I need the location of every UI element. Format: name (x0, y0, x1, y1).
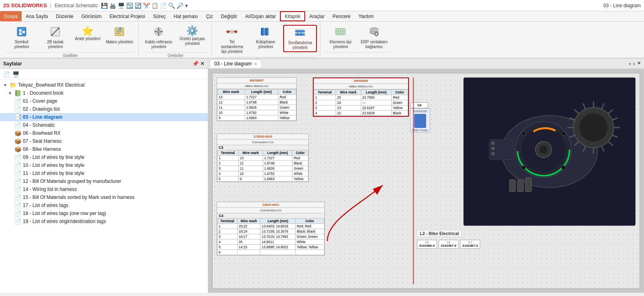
s2-header1: 40090085 (314, 78, 408, 84)
model-view (463, 77, 636, 226)
tree-item-19[interactable]: 📄 19 - List of wires origin\destination … (0, 217, 208, 225)
search-icon[interactable]: 🔍 (168, 2, 175, 9)
btn-makro[interactable]: Makro yönetimi (104, 25, 135, 46)
page-icon-12: 📄 (14, 178, 21, 184)
ribbon-group-grafikler: Sembol yönetimi 2B taslak yönetimi ⭐ (2, 23, 139, 56)
sidebar-title: Sayfalar (3, 61, 22, 67)
title-separator: | (50, 3, 51, 8)
menu-ai-disari-aktar[interactable]: AI/Dışarı aktar (241, 11, 280, 21)
page-icon-04: 📄 (14, 122, 21, 128)
btn-siniflandirma[interactable]: Sınıflandırma yönetimi (283, 25, 317, 52)
c4-label: C4 (217, 213, 324, 218)
menu-araclar[interactable]: Araçlar (305, 11, 328, 21)
more-icon[interactable]: ▾ (185, 2, 188, 9)
menu-electrical-projesi[interactable]: Electrical Projesi (105, 11, 149, 21)
tree-item-11[interactable]: 📄 11 - List of wires by line style (0, 169, 208, 177)
tree-item-18[interactable]: 📄 18 - List of wires tags (one row per t… (0, 209, 208, 217)
expand-root[interactable]: ▼ (3, 83, 8, 87)
tree-item-09[interactable]: 📄 09 - List of wires by line style (0, 153, 208, 161)
menu-degistir[interactable]: Değiştir (217, 11, 242, 21)
tree-item-04[interactable]: 📄 04 - Schematic (0, 121, 208, 129)
svg-rect-25 (261, 28, 263, 35)
zoom-icon[interactable]: 🔎 (177, 2, 183, 9)
tree-item-06[interactable]: 📦 06 - Bowhead RX (0, 129, 208, 137)
svg-point-50 (580, 114, 608, 142)
sidebar-header: Sayfalar 📌 ✕ (0, 59, 208, 69)
tree-item-01[interactable]: 📄 01 - Cover page (0, 97, 208, 105)
tree-item-14[interactable]: 📄 14 - Wiring list in harness (0, 185, 208, 193)
paste-icon[interactable]: 📄 (160, 2, 167, 9)
sidebar-header-icons: 📌 ✕ (192, 61, 205, 67)
copy-icon[interactable]: 📋 (151, 2, 158, 9)
page-icon-10: 📄 (14, 162, 21, 168)
tree-item-10[interactable]: 📄 10 - List of wires by line style (0, 161, 208, 169)
tree-item-12[interactable]: 📄 12 - Bill Of Materials grouped by manu… (0, 177, 208, 185)
ribbon-group-ureticiler: Kablo referansı yönetimi ⚙️ Üretici parç… (139, 23, 212, 56)
save-icon[interactable]: 💾 (101, 2, 108, 9)
redo-icon[interactable]: ↪️ (135, 2, 141, 9)
kutupane-icon (260, 26, 271, 39)
tree-item-07[interactable]: 📦 07 - Seat Harness (0, 137, 208, 145)
next-tab-arrow[interactable]: › (633, 61, 635, 67)
cut-icon[interactable]: ✂️ (143, 2, 150, 9)
btn-kutuphayne[interactable]: Kütüphane yönetimi (250, 25, 282, 51)
close-sidebar-icon[interactable]: ✕ (200, 61, 205, 67)
menu-anasayfa[interactable]: Ana Sayfa (22, 11, 52, 21)
svg-rect-78 (491, 147, 495, 150)
btn-tel-sonlandirma[interactable]: Tel sonlandırma tipi yönetimi (216, 25, 248, 55)
uretici-icon: ⚙️ (186, 26, 198, 36)
page-icon-14: 📄 (14, 186, 21, 193)
page-icon-11: 📄 (14, 170, 21, 176)
s1-header1: 80036007 (217, 78, 296, 83)
prev-tab-arrow[interactable]: ‹ (629, 61, 630, 67)
active-tab[interactable]: 03 - Line diagram ✕ (210, 59, 262, 68)
diagram-area[interactable]: 80036007 eBike Motors Inc Wire markLengt… (208, 69, 644, 293)
svg-rect-28 (295, 33, 305, 36)
svg-point-6 (51, 34, 53, 36)
btn-uretici-parcasi[interactable]: ⚙️ Üretici parçası yönetimi (176, 25, 208, 47)
svg-rect-2 (19, 32, 22, 35)
tree-item-02[interactable]: 📄 02 - Drawings list (0, 105, 208, 113)
btn-erp[interactable]: ERP veritabanı bağlantısı (358, 25, 390, 51)
menu-surec[interactable]: Süreç (149, 11, 169, 21)
page-06-text: 06 - Bowhead RX (23, 130, 60, 136)
tree-item-03[interactable]: 📑 03 - Line diagram (0, 113, 208, 121)
svg-point-71 (561, 132, 566, 136)
btn-antet[interactable]: ⭐ Antet yönetimi (73, 25, 102, 43)
tree-item-17[interactable]: 📄 17 - List of wires tags (0, 201, 208, 209)
page-icon-08: 📦 (14, 146, 21, 152)
tree-item-15[interactable]: 📄 15 - Bill Of Materials sorted by Mark … (0, 193, 208, 201)
menu-hat-semasi[interactable]: Hat şeması (170, 11, 202, 21)
menu-ciz[interactable]: Çiz (202, 11, 217, 21)
svg-point-20 (227, 30, 229, 33)
page-icon-18: 📄 (14, 210, 21, 217)
page-19-text: 19 - List of wires origin\destination ta… (23, 219, 106, 224)
c4-table: TerminalWire markLength (mm)Color 120;22… (217, 218, 324, 255)
tree-item-root[interactable]: ▼ 📁 Tekyaz_Bowhead RX Electrical (0, 81, 208, 89)
pin-icon[interactable]: 📌 (192, 61, 199, 67)
btn-kablo-referans[interactable]: Kablo referansı yönetimi (143, 25, 175, 51)
undo-icon[interactable]: ↩️ (126, 2, 133, 9)
menu-dosya[interactable]: Dosya (0, 11, 22, 21)
btn-2b-taslak[interactable]: 2B taslak yönetimi (39, 25, 71, 51)
tree-item-08[interactable]: 📦 08 - Bike Harness (0, 145, 208, 153)
ribbon-group-klemens: Klemens tipi yönetimi ERP veritaba (321, 23, 393, 56)
menu-yardim[interactable]: Yardım (354, 11, 378, 21)
btn-sembol-yonetimi[interactable]: Sembol yönetimi (6, 25, 38, 51)
close-tab-icon[interactable]: ✕ (254, 62, 257, 66)
menu-pencere[interactable]: Pencere (328, 11, 354, 21)
sidebar-tool-1[interactable]: 📄 (3, 71, 10, 77)
sidebar-tool-2[interactable]: 🖥️ (12, 71, 19, 77)
print-icon[interactable]: 🖨️ (109, 2, 116, 9)
menu-duzenle[interactable]: Düzenle (52, 11, 77, 21)
menu-kitaplik[interactable]: Kitaplık (280, 11, 305, 21)
klemens-label: Klemens tipi yönetimi (326, 40, 354, 49)
tree-item-docbook[interactable]: ▼ 📗 1 - Document book (0, 89, 208, 97)
menu-gorunum[interactable]: Görünüm (77, 11, 105, 21)
expand-docbook[interactable]: ▼ (8, 91, 13, 95)
btn-klemens[interactable]: Klemens tipi yönetimi (324, 25, 356, 51)
window-title: 03 - Line diagram (604, 3, 641, 8)
monitor-icon[interactable]: 🖥️ (118, 2, 125, 9)
close-all-icon[interactable]: ✕ (637, 61, 641, 67)
svg-rect-33 (302, 29, 304, 30)
